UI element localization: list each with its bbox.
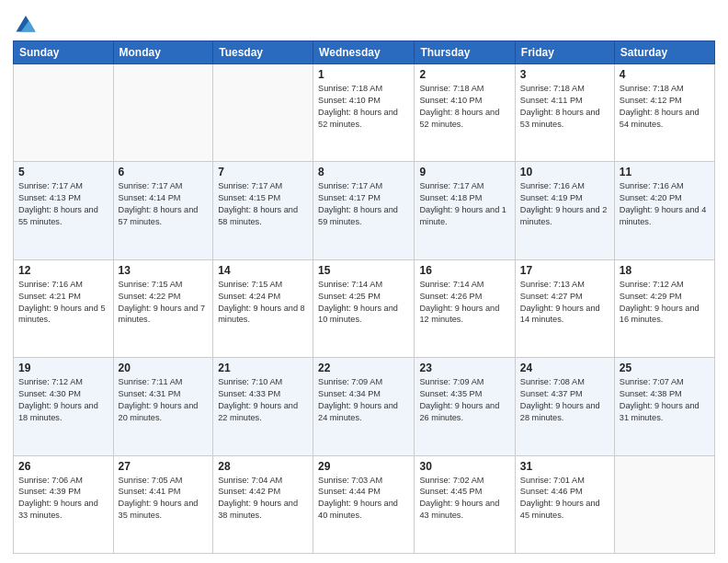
page: SundayMondayTuesdayWednesdayThursdayFrid… — [0, 0, 728, 563]
day-number: 8 — [318, 166, 409, 178]
day-info: Sunrise: 7:18 AM Sunset: 4:12 PM Dayligh… — [620, 83, 710, 131]
day-number: 28 — [218, 460, 308, 473]
calendar-week-row: 5Sunrise: 7:17 AM Sunset: 4:13 PM Daylig… — [14, 162, 715, 259]
weekday-header-wednesday: Wednesday — [313, 41, 415, 64]
day-number: 15 — [318, 264, 409, 277]
calendar-cell: 3Sunrise: 7:18 AM Sunset: 4:11 PM Daylig… — [515, 64, 614, 162]
calendar-header-row: SundayMondayTuesdayWednesdayThursdayFrid… — [14, 41, 715, 64]
weekday-header-tuesday: Tuesday — [213, 41, 313, 64]
day-number: 10 — [520, 166, 609, 178]
day-info: Sunrise: 7:01 AM Sunset: 4:46 PM Dayligh… — [520, 475, 609, 523]
day-number: 19 — [18, 362, 108, 374]
calendar-week-row: 1Sunrise: 7:18 AM Sunset: 4:10 PM Daylig… — [14, 64, 715, 162]
day-number: 6 — [119, 166, 209, 178]
day-info: Sunrise: 7:06 AM Sunset: 4:39 PM Dayligh… — [18, 475, 108, 523]
day-number: 30 — [419, 460, 509, 473]
day-number: 17 — [520, 264, 609, 277]
day-info: Sunrise: 7:12 AM Sunset: 4:30 PM Dayligh… — [18, 376, 108, 424]
day-number: 2 — [419, 68, 509, 81]
day-info: Sunrise: 7:13 AM Sunset: 4:27 PM Dayligh… — [520, 279, 609, 327]
calendar-cell: 20Sunrise: 7:11 AM Sunset: 4:31 PM Dayli… — [113, 358, 213, 455]
day-info: Sunrise: 7:09 AM Sunset: 4:35 PM Dayligh… — [419, 376, 509, 424]
calendar-cell: 14Sunrise: 7:15 AM Sunset: 4:24 PM Dayli… — [213, 259, 313, 357]
day-number: 27 — [119, 460, 209, 473]
header — [13, 9, 715, 35]
weekday-header-thursday: Thursday — [415, 41, 515, 64]
day-info: Sunrise: 7:18 AM Sunset: 4:10 PM Dayligh… — [419, 83, 509, 131]
calendar-cell: 17Sunrise: 7:13 AM Sunset: 4:27 PM Dayli… — [515, 259, 614, 357]
weekday-header-sunday: Sunday — [14, 41, 114, 64]
day-info: Sunrise: 7:14 AM Sunset: 4:25 PM Dayligh… — [318, 279, 409, 327]
weekday-header-monday: Monday — [113, 41, 213, 64]
day-info: Sunrise: 7:09 AM Sunset: 4:34 PM Dayligh… — [318, 376, 409, 424]
day-info: Sunrise: 7:07 AM Sunset: 4:38 PM Dayligh… — [620, 376, 710, 424]
calendar-cell: 16Sunrise: 7:14 AM Sunset: 4:26 PM Dayli… — [415, 259, 515, 357]
calendar-cell — [113, 64, 213, 162]
calendar-cell: 31Sunrise: 7:01 AM Sunset: 4:46 PM Dayli… — [515, 455, 614, 553]
calendar-cell — [14, 64, 114, 162]
calendar-cell: 12Sunrise: 7:16 AM Sunset: 4:21 PM Dayli… — [14, 259, 114, 357]
day-number: 21 — [218, 362, 308, 374]
day-number: 24 — [520, 362, 609, 374]
day-info: Sunrise: 7:16 AM Sunset: 4:19 PM Dayligh… — [520, 180, 609, 228]
day-info: Sunrise: 7:10 AM Sunset: 4:33 PM Dayligh… — [218, 376, 308, 424]
calendar-cell: 22Sunrise: 7:09 AM Sunset: 4:34 PM Dayli… — [313, 358, 415, 455]
day-info: Sunrise: 7:11 AM Sunset: 4:31 PM Dayligh… — [119, 376, 209, 424]
calendar-cell: 13Sunrise: 7:15 AM Sunset: 4:22 PM Dayli… — [113, 259, 213, 357]
calendar-cell: 28Sunrise: 7:04 AM Sunset: 4:42 PM Dayli… — [213, 455, 313, 553]
day-info: Sunrise: 7:14 AM Sunset: 4:26 PM Dayligh… — [419, 279, 509, 327]
day-info: Sunrise: 7:17 AM Sunset: 4:14 PM Dayligh… — [119, 180, 209, 228]
day-number: 20 — [119, 362, 209, 374]
calendar-cell: 6Sunrise: 7:17 AM Sunset: 4:14 PM Daylig… — [113, 162, 213, 259]
day-info: Sunrise: 7:17 AM Sunset: 4:15 PM Dayligh… — [218, 180, 308, 228]
day-info: Sunrise: 7:17 AM Sunset: 4:18 PM Dayligh… — [419, 180, 509, 228]
calendar-cell: 5Sunrise: 7:17 AM Sunset: 4:13 PM Daylig… — [14, 162, 114, 259]
calendar-cell: 8Sunrise: 7:17 AM Sunset: 4:17 PM Daylig… — [313, 162, 415, 259]
calendar-cell: 7Sunrise: 7:17 AM Sunset: 4:15 PM Daylig… — [213, 162, 313, 259]
day-info: Sunrise: 7:12 AM Sunset: 4:29 PM Dayligh… — [620, 279, 710, 327]
day-number: 14 — [218, 264, 308, 277]
day-number: 16 — [419, 264, 509, 277]
day-number: 4 — [620, 68, 710, 81]
day-info: Sunrise: 7:18 AM Sunset: 4:10 PM Dayligh… — [318, 83, 409, 131]
calendar-cell: 10Sunrise: 7:16 AM Sunset: 4:19 PM Dayli… — [515, 162, 614, 259]
calendar-cell — [614, 455, 714, 553]
calendar-cell: 15Sunrise: 7:14 AM Sunset: 4:25 PM Dayli… — [313, 259, 415, 357]
day-number: 9 — [419, 166, 509, 178]
calendar-week-row: 12Sunrise: 7:16 AM Sunset: 4:21 PM Dayli… — [14, 259, 715, 357]
day-info: Sunrise: 7:03 AM Sunset: 4:44 PM Dayligh… — [318, 475, 409, 523]
day-number: 13 — [119, 264, 209, 277]
calendar-table: SundayMondayTuesdayWednesdayThursdayFrid… — [13, 40, 715, 554]
logo-icon — [13, 9, 39, 35]
day-info: Sunrise: 7:02 AM Sunset: 4:45 PM Dayligh… — [419, 475, 509, 523]
day-number: 22 — [318, 362, 409, 374]
calendar-cell: 4Sunrise: 7:18 AM Sunset: 4:12 PM Daylig… — [614, 64, 714, 162]
day-info: Sunrise: 7:18 AM Sunset: 4:11 PM Dayligh… — [520, 83, 609, 131]
calendar-cell: 21Sunrise: 7:10 AM Sunset: 4:33 PM Dayli… — [213, 358, 313, 455]
calendar-cell — [213, 64, 313, 162]
day-number: 7 — [218, 166, 308, 178]
weekday-header-saturday: Saturday — [614, 41, 714, 64]
calendar-cell: 18Sunrise: 7:12 AM Sunset: 4:29 PM Dayli… — [614, 259, 714, 357]
calendar-week-row: 26Sunrise: 7:06 AM Sunset: 4:39 PM Dayli… — [14, 455, 715, 553]
day-number: 31 — [520, 460, 609, 473]
day-info: Sunrise: 7:16 AM Sunset: 4:20 PM Dayligh… — [620, 180, 710, 228]
day-number: 26 — [18, 460, 108, 473]
calendar-cell: 1Sunrise: 7:18 AM Sunset: 4:10 PM Daylig… — [313, 64, 415, 162]
calendar-cell: 25Sunrise: 7:07 AM Sunset: 4:38 PM Dayli… — [614, 358, 714, 455]
day-info: Sunrise: 7:17 AM Sunset: 4:17 PM Dayligh… — [318, 180, 409, 228]
day-number: 3 — [520, 68, 609, 81]
weekday-header-friday: Friday — [515, 41, 614, 64]
day-number: 23 — [419, 362, 509, 374]
calendar-cell: 2Sunrise: 7:18 AM Sunset: 4:10 PM Daylig… — [415, 64, 515, 162]
calendar-cell: 9Sunrise: 7:17 AM Sunset: 4:18 PM Daylig… — [415, 162, 515, 259]
calendar-cell: 26Sunrise: 7:06 AM Sunset: 4:39 PM Dayli… — [14, 455, 114, 553]
calendar-cell: 23Sunrise: 7:09 AM Sunset: 4:35 PM Dayli… — [415, 358, 515, 455]
day-info: Sunrise: 7:16 AM Sunset: 4:21 PM Dayligh… — [18, 279, 108, 327]
calendar-week-row: 19Sunrise: 7:12 AM Sunset: 4:30 PM Dayli… — [14, 358, 715, 455]
day-info: Sunrise: 7:08 AM Sunset: 4:37 PM Dayligh… — [520, 376, 609, 424]
day-number: 5 — [18, 166, 108, 178]
day-info: Sunrise: 7:15 AM Sunset: 4:22 PM Dayligh… — [119, 279, 209, 327]
day-info: Sunrise: 7:04 AM Sunset: 4:42 PM Dayligh… — [218, 475, 308, 523]
day-info: Sunrise: 7:05 AM Sunset: 4:41 PM Dayligh… — [119, 475, 209, 523]
